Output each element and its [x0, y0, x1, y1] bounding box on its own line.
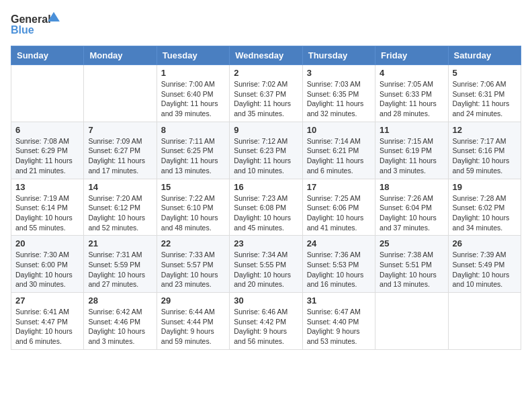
calendar-cell: 10Sunrise: 7:14 AM Sunset: 6:21 PM Dayli…: [302, 122, 375, 179]
day-number: 23: [234, 238, 298, 248]
weekday-header-wednesday: Wednesday: [230, 46, 302, 65]
calendar-cell: 8Sunrise: 7:11 AM Sunset: 6:25 PM Daylig…: [157, 122, 229, 179]
day-info: Sunrise: 7:08 AM Sunset: 6:29 PM Dayligh…: [15, 136, 79, 176]
day-info: Sunrise: 7:12 AM Sunset: 6:23 PM Dayligh…: [234, 136, 298, 176]
day-info: Sunrise: 7:34 AM Sunset: 5:55 PM Dayligh…: [234, 250, 298, 289]
day-number: 29: [161, 295, 225, 306]
day-info: Sunrise: 7:11 AM Sunset: 6:25 PM Dayligh…: [161, 136, 225, 176]
day-info: Sunrise: 7:36 AM Sunset: 5:53 PM Dayligh…: [307, 250, 371, 289]
calendar-cell: 30Sunrise: 6:46 AM Sunset: 4:42 PM Dayli…: [230, 293, 302, 350]
calendar-cell: 22Sunrise: 7:33 AM Sunset: 5:57 PM Dayli…: [157, 236, 229, 293]
weekday-header-tuesday: Tuesday: [157, 46, 229, 65]
day-info: Sunrise: 7:19 AM Sunset: 6:14 PM Dayligh…: [15, 193, 79, 233]
day-info: Sunrise: 7:39 AM Sunset: 5:49 PM Dayligh…: [453, 250, 517, 289]
day-info: Sunrise: 7:02 AM Sunset: 6:37 PM Dayligh…: [234, 79, 298, 119]
calendar-week-row: 13Sunrise: 7:19 AM Sunset: 6:14 PM Dayli…: [11, 179, 521, 236]
calendar-cell: 26Sunrise: 7:39 AM Sunset: 5:49 PM Dayli…: [448, 236, 521, 293]
page-header: General Blue: [11, 11, 521, 38]
day-number: 1: [161, 68, 225, 78]
day-number: 28: [88, 295, 152, 306]
weekday-header-thursday: Thursday: [302, 46, 375, 65]
calendar-cell: 19Sunrise: 7:28 AM Sunset: 6:02 PM Dayli…: [448, 179, 521, 236]
calendar-cell: [11, 65, 84, 122]
weekday-header-monday: Monday: [84, 46, 157, 65]
day-info: Sunrise: 7:28 AM Sunset: 6:02 PM Dayligh…: [453, 193, 517, 233]
day-number: 30: [234, 295, 298, 306]
day-info: Sunrise: 7:22 AM Sunset: 6:10 PM Dayligh…: [161, 193, 225, 233]
day-info: Sunrise: 7:23 AM Sunset: 6:08 PM Dayligh…: [234, 193, 298, 233]
calendar-cell: [84, 65, 157, 122]
day-number: 24: [307, 238, 371, 248]
day-number: 11: [380, 125, 443, 135]
calendar-cell: 3Sunrise: 7:03 AM Sunset: 6:35 PM Daylig…: [302, 65, 375, 122]
calendar-table: SundayMondayTuesdayWednesdayThursdayFrid…: [11, 46, 521, 350]
calendar-cell: 12Sunrise: 7:17 AM Sunset: 6:16 PM Dayli…: [448, 122, 521, 179]
day-info: Sunrise: 6:44 AM Sunset: 4:44 PM Dayligh…: [161, 307, 225, 347]
calendar-week-row: 1Sunrise: 7:00 AM Sunset: 6:40 PM Daylig…: [11, 65, 521, 122]
weekday-header-sunday: Sunday: [11, 46, 84, 65]
day-info: Sunrise: 7:03 AM Sunset: 6:35 PM Dayligh…: [307, 79, 371, 119]
day-number: 16: [234, 182, 298, 192]
calendar-cell: 17Sunrise: 7:25 AM Sunset: 6:06 PM Dayli…: [302, 179, 375, 236]
day-number: 26: [453, 238, 517, 248]
day-info: Sunrise: 7:15 AM Sunset: 6:19 PM Dayligh…: [380, 136, 443, 176]
calendar-cell: 13Sunrise: 7:19 AM Sunset: 6:14 PM Dayli…: [11, 179, 84, 236]
day-number: 14: [88, 182, 152, 192]
calendar-cell: 29Sunrise: 6:44 AM Sunset: 4:44 PM Dayli…: [157, 293, 229, 350]
day-info: Sunrise: 6:47 AM Sunset: 4:40 PM Dayligh…: [307, 307, 371, 347]
calendar-cell: 21Sunrise: 7:31 AM Sunset: 5:59 PM Dayli…: [84, 236, 157, 293]
calendar-cell: 14Sunrise: 7:20 AM Sunset: 6:12 PM Dayli…: [84, 179, 157, 236]
calendar-cell: 16Sunrise: 7:23 AM Sunset: 6:08 PM Dayli…: [230, 179, 302, 236]
calendar-cell: 20Sunrise: 7:30 AM Sunset: 6:00 PM Dayli…: [11, 236, 84, 293]
day-number: 27: [15, 295, 79, 306]
svg-text:Blue: Blue: [11, 24, 34, 36]
day-info: Sunrise: 7:00 AM Sunset: 6:40 PM Dayligh…: [161, 79, 225, 119]
day-number: 19: [453, 182, 517, 192]
day-number: 18: [380, 182, 443, 192]
day-number: 12: [453, 125, 517, 135]
calendar-cell: 7Sunrise: 7:09 AM Sunset: 6:27 PM Daylig…: [84, 122, 157, 179]
calendar-cell: 24Sunrise: 7:36 AM Sunset: 5:53 PM Dayli…: [302, 236, 375, 293]
day-info: Sunrise: 7:26 AM Sunset: 6:04 PM Dayligh…: [380, 193, 443, 233]
day-info: Sunrise: 7:05 AM Sunset: 6:33 PM Dayligh…: [380, 79, 443, 119]
day-info: Sunrise: 7:30 AM Sunset: 6:00 PM Dayligh…: [15, 250, 79, 289]
calendar-cell: 18Sunrise: 7:26 AM Sunset: 6:04 PM Dayli…: [375, 179, 448, 236]
calendar-cell: 4Sunrise: 7:05 AM Sunset: 6:33 PM Daylig…: [375, 65, 448, 122]
day-number: 6: [15, 125, 79, 135]
calendar-cell: 2Sunrise: 7:02 AM Sunset: 6:37 PM Daylig…: [230, 65, 302, 122]
calendar-cell: [375, 293, 448, 350]
logo-image: General Blue: [11, 11, 64, 38]
weekday-header-friday: Friday: [375, 46, 448, 65]
day-info: Sunrise: 7:06 AM Sunset: 6:31 PM Dayligh…: [453, 79, 517, 119]
day-number: 8: [161, 125, 225, 135]
svg-text:General: General: [11, 13, 51, 25]
day-info: Sunrise: 7:25 AM Sunset: 6:06 PM Dayligh…: [307, 193, 371, 233]
calendar-cell: 27Sunrise: 6:41 AM Sunset: 4:47 PM Dayli…: [11, 293, 84, 350]
day-number: 4: [380, 68, 443, 78]
day-info: Sunrise: 7:20 AM Sunset: 6:12 PM Dayligh…: [88, 193, 152, 233]
calendar-cell: 6Sunrise: 7:08 AM Sunset: 6:29 PM Daylig…: [11, 122, 84, 179]
weekday-header-row: SundayMondayTuesdayWednesdayThursdayFrid…: [11, 46, 521, 65]
day-number: 2: [234, 68, 298, 78]
calendar-cell: [448, 293, 521, 350]
day-info: Sunrise: 6:46 AM Sunset: 4:42 PM Dayligh…: [234, 307, 298, 347]
calendar-cell: 11Sunrise: 7:15 AM Sunset: 6:19 PM Dayli…: [375, 122, 448, 179]
calendar-cell: 25Sunrise: 7:38 AM Sunset: 5:51 PM Dayli…: [375, 236, 448, 293]
calendar-week-row: 6Sunrise: 7:08 AM Sunset: 6:29 PM Daylig…: [11, 122, 521, 179]
day-number: 3: [307, 68, 371, 78]
day-number: 21: [88, 238, 152, 248]
calendar-week-row: 20Sunrise: 7:30 AM Sunset: 6:00 PM Dayli…: [11, 236, 521, 293]
day-number: 17: [307, 182, 371, 192]
day-number: 15: [161, 182, 225, 192]
day-number: 20: [15, 238, 79, 248]
calendar-cell: 15Sunrise: 7:22 AM Sunset: 6:10 PM Dayli…: [157, 179, 229, 236]
day-info: Sunrise: 7:14 AM Sunset: 6:21 PM Dayligh…: [307, 136, 371, 176]
day-info: Sunrise: 6:42 AM Sunset: 4:46 PM Dayligh…: [88, 307, 152, 347]
day-number: 22: [161, 238, 225, 248]
calendar-cell: 31Sunrise: 6:47 AM Sunset: 4:40 PM Dayli…: [302, 293, 375, 350]
day-number: 25: [380, 238, 443, 248]
calendar-cell: 5Sunrise: 7:06 AM Sunset: 6:31 PM Daylig…: [448, 65, 521, 122]
weekday-header-saturday: Saturday: [448, 46, 521, 65]
day-number: 13: [15, 182, 79, 192]
logo: General Blue: [11, 11, 64, 38]
